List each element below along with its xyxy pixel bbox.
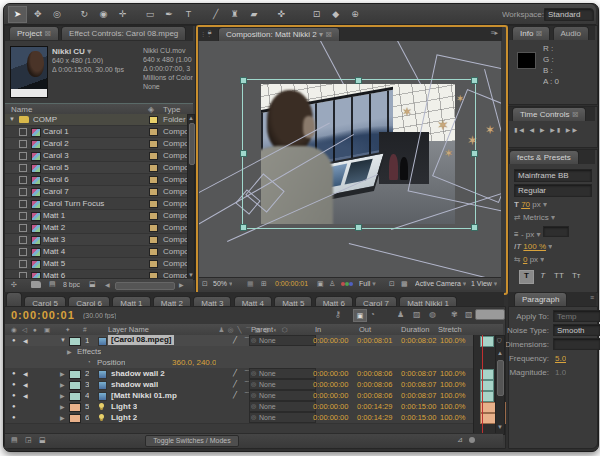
position-label[interactable]: Position (97, 358, 125, 367)
view-axis-mode-icon[interactable]: ⊕ (347, 7, 364, 22)
font-size-value[interactable]: 70 (521, 200, 530, 209)
zoom-slider[interactable] (469, 437, 475, 443)
scroll-down-icon[interactable]: ▼ (496, 424, 504, 431)
out-value[interactable]: 0:00:08:01 (357, 336, 392, 345)
last-frame-button[interactable]: ▶▶ (566, 127, 579, 133)
project-item-row[interactable]: Matt 2Compositio (5, 222, 187, 234)
all-caps-button[interactable]: TT (551, 271, 566, 280)
label-column-icon[interactable]: ✦ (65, 326, 70, 334)
label-color-swatch[interactable] (149, 128, 158, 136)
project-item-row[interactable]: Carol 7Compositio (5, 186, 187, 198)
visibility-eye-icon[interactable]: ● (12, 370, 16, 376)
zoom-out-timeline-icon[interactable]: ⊿ (457, 436, 463, 444)
audio-icon[interactable]: ◀ (23, 337, 28, 344)
lock-icon[interactable]: 🔒︎ (208, 28, 212, 36)
expand-arrow-icon[interactable]: ▶ (60, 392, 65, 399)
workspace-dropdown[interactable]: Standard (544, 8, 594, 21)
frame-blend-icon[interactable]: ▨ (413, 310, 421, 319)
collapse-switch-icon[interactable]: ◎ (226, 326, 235, 334)
play-button[interactable]: ▶ (540, 127, 547, 133)
tab-composition[interactable]: Composition: Matt Nikki 2 ▾ ⊠ (218, 27, 340, 41)
brush-tool-icon[interactable]: ╱ (207, 7, 224, 22)
duration-value[interactable]: 0:00:08:07 (401, 369, 436, 378)
label-color-swatch[interactable] (149, 236, 158, 244)
quality-switch[interactable]: ╱ (233, 391, 237, 399)
visibility-eye-icon[interactable]: ● (12, 414, 16, 420)
project-item-row[interactable]: Carol 5Compositio (5, 162, 187, 174)
stretch-value[interactable]: 100.0% (440, 413, 465, 422)
scroll-up-icon[interactable]: ▲ (496, 350, 504, 357)
hand-tool-icon[interactable]: ✥ (29, 7, 46, 22)
visibility-eye-icon[interactable]: ● (12, 381, 16, 387)
quality-switch[interactable]: ╱ (233, 369, 237, 377)
in-value[interactable]: 0:00:00:00 (313, 336, 348, 345)
expand-arrow-icon[interactable]: ▼ (9, 116, 15, 122)
tab-time-controls[interactable]: Time Controls ⊠ (512, 107, 586, 121)
expand-arrow-icon[interactable]: ▶ (60, 370, 65, 377)
parent-dropdown[interactable]: None (249, 335, 316, 346)
audio-icon[interactable]: ◀ (23, 381, 28, 388)
scroll-up-icon[interactable]: ▲ (188, 115, 194, 122)
chevron-down-icon[interactable]: ▾ (319, 30, 323, 39)
safe-zones-icon[interactable]: ▦ (247, 278, 254, 290)
comp-timecode[interactable]: 0:00:00:01 (275, 278, 308, 290)
checkbox-icon[interactable] (19, 236, 27, 244)
expand-arrow-icon[interactable]: ▶ (60, 403, 65, 410)
out-value[interactable]: 0:00:14:29 (357, 413, 392, 422)
time-navigator[interactable] (475, 309, 505, 320)
frequency-value[interactable]: 5.0 (555, 354, 566, 363)
out-value[interactable]: 0:00:14:29 (357, 402, 392, 411)
noise-type-dropdown[interactable]: Smooth (553, 324, 600, 336)
layer-color-chip[interactable] (69, 337, 81, 346)
bpc-button[interactable]: 8 bpc (63, 281, 80, 288)
expand-inout-icon[interactable]: ⬓ (39, 436, 46, 444)
column-parent[interactable]: Parent (251, 325, 273, 334)
tab-info[interactable]: Info ⊠ (512, 26, 550, 40)
label-color-swatch[interactable] (149, 140, 158, 148)
audio-icon[interactable]: ◀ (23, 392, 28, 399)
out-value[interactable]: 0:00:08:06 (357, 380, 392, 389)
hide-shy-layers-icon[interactable]: ♟ (397, 310, 404, 319)
selection-handle[interactable] (471, 77, 478, 84)
parent-dropdown[interactable]: None (249, 368, 316, 379)
leading-value[interactable]: - (521, 230, 524, 239)
out-value[interactable]: 0:00:08:06 (357, 369, 392, 378)
shy-switch-icon[interactable]: ♟ (217, 326, 226, 334)
visibility-eye-icon[interactable]: ● (12, 403, 16, 409)
project-item-row[interactable]: Carol Turn FocusCompositio (5, 198, 187, 210)
label-color-swatch[interactable] (149, 212, 158, 220)
footage-title[interactable]: Nikki CU ▾ (52, 47, 132, 56)
expand-arrow-icon[interactable]: ▼ (60, 337, 66, 343)
audio-icon[interactable]: ◀ (23, 370, 28, 377)
stretch-value[interactable]: 100.0% (440, 336, 465, 345)
brainstorm-icon[interactable]: ✾ (451, 310, 458, 319)
position-value[interactable]: 360.0, 240.0 (172, 358, 216, 367)
project-item-row[interactable]: Carol 2Compositio (5, 138, 187, 150)
lock-column-icon[interactable]: ▣ (44, 326, 50, 334)
show-snapshot-icon[interactable]: ♙ (329, 278, 335, 290)
tracking-value[interactable]: 0 (523, 255, 527, 264)
checkbox-icon[interactable] (19, 188, 27, 196)
checkbox-icon[interactable] (19, 248, 27, 256)
close-icon[interactable]: ⊠ (536, 29, 543, 38)
channels-icon[interactable] (341, 282, 345, 286)
magnification-dropdown[interactable]: 50% ▾ (213, 278, 232, 290)
eraser-tool-icon[interactable]: ▰ (246, 7, 263, 22)
font-style-dropdown[interactable]: Regular (514, 184, 592, 197)
chevron-down-icon[interactable]: ▾ (537, 230, 541, 239)
selection-bounding-box[interactable] (242, 79, 476, 229)
tab-project[interactable]: Project ⊠ (9, 26, 59, 40)
project-item-row[interactable]: Carol 6Compositio (5, 174, 187, 186)
draft-3d-icon[interactable]: ◔ (370, 310, 375, 319)
duration-value[interactable]: 0:00:08:07 (401, 391, 436, 400)
stretch-value[interactable]: 100.0% (440, 391, 465, 400)
comp-marker-icon[interactable]: ⛉ (497, 338, 502, 345)
faux-italic-button[interactable]: T (536, 271, 549, 280)
zoom-tool-icon[interactable]: ◎ (48, 7, 65, 22)
leading-field[interactable] (543, 226, 569, 237)
hscroll-right-icon[interactable]: ▶ (179, 282, 184, 289)
selection-handle[interactable] (471, 150, 478, 157)
video-column-icon[interactable]: ◉ (11, 326, 17, 334)
expand-transfer-modes-icon[interactable]: ◲ (25, 436, 32, 444)
stretch-value[interactable]: 100.0% (440, 402, 465, 411)
